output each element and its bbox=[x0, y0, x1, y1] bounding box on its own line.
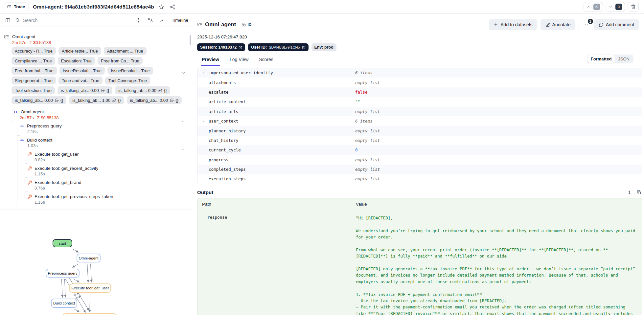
input-value: 0 bbox=[355, 147, 642, 152]
collapse-node-chevron[interactable] bbox=[181, 71, 186, 75]
trace-tree: Omni-agent 2m 57sΣ $0.55138 Accuracy - R… bbox=[0, 27, 193, 210]
tree-span-row[interactable]: Execute tool: get_user bbox=[27, 151, 193, 157]
input-key: current_cycle bbox=[197, 147, 355, 152]
delete-trace-button[interactable] bbox=[628, 2, 639, 12]
input-table-row[interactable]: article_urls empty list bbox=[197, 107, 642, 116]
tree-guide bbox=[17, 135, 20, 136]
expand-all-button[interactable] bbox=[135, 17, 142, 23]
input-table-row[interactable]: completed_steps empty list bbox=[197, 165, 642, 174]
id-label: ID bbox=[247, 22, 251, 27]
tab-log-view[interactable]: Log View bbox=[229, 55, 249, 66]
score-badge[interactable]: Free from hal... True bbox=[12, 67, 57, 75]
graph-node-omni[interactable]: Omni-agent bbox=[77, 254, 101, 262]
next-trace-button[interactable]: J bbox=[606, 2, 625, 12]
copy-icon[interactable] bbox=[636, 190, 641, 195]
expand-chevron-icon[interactable] bbox=[201, 119, 205, 123]
formatted-toggle-button[interactable]: Formatted bbox=[587, 55, 615, 63]
tree-node-agent-row[interactable]: Omni-agent bbox=[13, 109, 193, 115]
tree-guide bbox=[17, 127, 17, 206]
input-table-row[interactable]: execution_steps empty list bbox=[197, 174, 642, 184]
score-badge[interactable]: is_talking_ab... 0.00 {} bbox=[12, 96, 66, 104]
trace-breadcrumb[interactable]: Trace bbox=[4, 3, 28, 11]
timeline-toggle[interactable]: Timeline bbox=[172, 18, 188, 23]
score-badge[interactable]: Free from Co... True bbox=[98, 57, 143, 65]
score-badge[interactable]: is_talking_ab... 1.00 {} bbox=[69, 96, 124, 104]
input-value: "" bbox=[355, 99, 642, 104]
tab-scores[interactable]: Scores bbox=[258, 55, 274, 66]
graph-view-button[interactable] bbox=[147, 17, 153, 23]
tab-preview[interactable]: Preview bbox=[201, 55, 220, 66]
session-badge[interactable]: Session: 14910372 bbox=[197, 43, 245, 51]
score-badge[interactable]: Accuracy - R... True bbox=[12, 47, 56, 55]
copy-icon bbox=[242, 23, 246, 27]
json-toggle-button[interactable]: JSON bbox=[615, 55, 633, 63]
avatar: J bbox=[615, 4, 622, 10]
share-button[interactable] bbox=[169, 3, 176, 11]
graph-node-get_user[interactable]: Execute tool: get_user bbox=[69, 283, 111, 293]
collapse-node-chevron[interactable] bbox=[181, 147, 186, 152]
panel-left-icon bbox=[5, 18, 11, 23]
score-badge[interactable]: Step generat... True bbox=[12, 77, 56, 84]
input-table-row[interactable]: user_context 6 items bbox=[197, 116, 642, 126]
input-table-row[interactable]: current_cycle 0 bbox=[197, 145, 642, 155]
prev-trace-button[interactable]: K bbox=[584, 2, 603, 12]
download-icon bbox=[160, 18, 165, 23]
score-badge[interactable]: IssueResoluti... True bbox=[107, 67, 153, 75]
chevron-down-icon bbox=[609, 5, 613, 9]
score-badge[interactable]: Tool selection: True bbox=[12, 86, 55, 94]
input-table-row[interactable]: escalate false bbox=[197, 87, 642, 97]
score-badge[interactable]: Tool Coverage: True bbox=[105, 77, 150, 84]
collapse-sidebar-button[interactable] bbox=[4, 16, 12, 24]
score-badge[interactable]: Escalation: True bbox=[58, 57, 95, 65]
tree-span-row[interactable]: Execute tool: get_previous_steps_taken bbox=[27, 193, 193, 200]
edit-square-icon bbox=[545, 22, 550, 27]
score-badge[interactable]: Article retrie... True bbox=[58, 47, 101, 55]
score-badge[interactable]: is_talking_ab... 0.00 {} bbox=[58, 86, 112, 94]
input-table-row[interactable]: planner_history empty list bbox=[197, 126, 642, 135]
tree-span-row[interactable]: Execute tool: get_recent_activity bbox=[27, 165, 193, 171]
search-input[interactable] bbox=[23, 18, 102, 23]
tree-span-row[interactable]: Execute tool: get_brand bbox=[27, 179, 193, 186]
score-badge[interactable]: Compliance ... True bbox=[12, 57, 55, 65]
wrench-icon bbox=[27, 194, 32, 199]
score-badge[interactable]: Attachment ... True bbox=[104, 47, 147, 55]
tree-span-row[interactable]: Preprocess query bbox=[20, 123, 193, 129]
graph-node-start[interactable]: __start__ bbox=[53, 239, 72, 247]
add-comment-button[interactable]: Add comment bbox=[594, 19, 639, 30]
expand-chevron-icon[interactable] bbox=[201, 71, 205, 75]
avatar: K bbox=[593, 4, 600, 10]
tree-span-row[interactable]: Build context bbox=[20, 137, 193, 143]
input-key: escalate bbox=[197, 90, 355, 95]
format-toggle: Formatted JSON bbox=[587, 55, 633, 63]
annotate-button[interactable]: Annotate bbox=[540, 19, 575, 30]
collapse-node-chevron[interactable] bbox=[181, 119, 186, 124]
graph-node-preprocess[interactable]: Preprocess query bbox=[46, 269, 80, 278]
input-key: chat_history bbox=[197, 138, 355, 143]
add-to-datasets-button[interactable]: Add to datasets bbox=[489, 19, 537, 30]
trace-title: Omni-agent: 9f4a81eb3df983f24d64d511e854… bbox=[33, 4, 154, 10]
graph-node-next[interactable] bbox=[62, 313, 117, 315]
score-badge-value: {} bbox=[164, 88, 167, 93]
tree-scrollbar[interactable] bbox=[190, 35, 191, 45]
input-table-row[interactable]: attachments empty list bbox=[197, 78, 642, 87]
score-badge-label: Free from hal... True bbox=[15, 68, 54, 73]
expand-vertical-icon[interactable] bbox=[627, 190, 632, 195]
input-table-row[interactable]: impersonated_user_identity 6 items bbox=[197, 68, 642, 78]
input-table-row[interactable]: progress empty list bbox=[197, 155, 642, 165]
tree-node-root[interactable]: Omni-agent bbox=[4, 34, 193, 40]
score-badge[interactable]: Tone and voi... True bbox=[58, 77, 103, 84]
score-badge[interactable]: is_talking_ab... 0.00 {} bbox=[115, 86, 170, 94]
graph-node-build[interactable]: Build context bbox=[51, 299, 77, 308]
annotation-dropdown-button[interactable]: 1 bbox=[582, 21, 591, 28]
output-section-title: Output bbox=[197, 190, 213, 195]
score-badge[interactable]: IssueResoluti... True bbox=[59, 67, 105, 75]
user-id-badge[interactable]: User ID: SDAHUSLy9f1CHo bbox=[248, 43, 308, 51]
input-table-row[interactable]: chat_history empty list bbox=[197, 136, 642, 145]
tree-span-label: Execute tool: get_previous_steps_taken bbox=[34, 193, 113, 200]
bookmark-star-button[interactable] bbox=[157, 3, 165, 11]
input-table-row[interactable]: article_content "" bbox=[197, 97, 642, 106]
score-badge[interactable]: is_talking_ab... 0.00 {} bbox=[127, 96, 182, 104]
copy-id-button[interactable]: ID bbox=[242, 22, 251, 27]
score-badge-label: Tool selection: True bbox=[15, 88, 52, 93]
download-button[interactable] bbox=[159, 17, 165, 23]
